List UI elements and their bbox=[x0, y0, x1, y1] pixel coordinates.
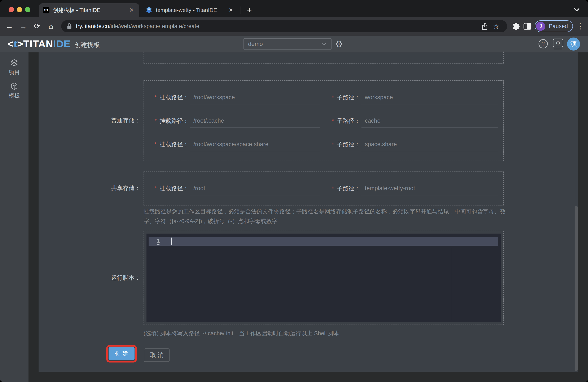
extensions-puzzle-icon[interactable] bbox=[510, 21, 522, 32]
required-mark: * bbox=[154, 94, 159, 101]
sub-path-value: cache bbox=[365, 117, 380, 124]
storage-row: * 挂载路径： /root/workspace * 子路径： workspace bbox=[144, 86, 503, 109]
mount-path-input[interactable]: /root/workspace/space.share bbox=[190, 137, 320, 151]
editor-gutter-caret bbox=[157, 244, 159, 245]
editor-cursor bbox=[171, 238, 172, 245]
editor-ruler-line bbox=[451, 248, 451, 320]
mount-path-input[interactable]: /root/.cache bbox=[190, 114, 320, 128]
console-settings-icon[interactable]: ⚙ bbox=[553, 39, 563, 47]
workspace-select[interactable]: demo bbox=[244, 38, 332, 50]
page-title: 创建模板 bbox=[75, 41, 100, 49]
path-hint-text: 挂载路径是您的工作区目标路径，必须是合法的文件夹路径；子路径名是网络存储源子路径… bbox=[144, 207, 509, 226]
sidebar-item-label: 模板 bbox=[9, 92, 20, 99]
required-mark: * bbox=[332, 141, 337, 148]
mount-path-value: /root/workspace/space.share bbox=[193, 141, 269, 148]
tab-search-chevron-icon[interactable] bbox=[572, 7, 581, 13]
page-scrollbar-thumb[interactable] bbox=[575, 206, 578, 371]
layers-icon bbox=[10, 59, 18, 67]
wetty-favicon bbox=[146, 6, 152, 14]
titanide-favicon: <t> bbox=[43, 7, 49, 13]
tab-strip: <t> 创建模板 - TitanIDE ✕ template-wetty - T… bbox=[0, 0, 588, 17]
tab-close-icon[interactable]: ✕ bbox=[227, 6, 235, 14]
back-button[interactable]: ← bbox=[3, 20, 16, 32]
macos-minimize-button[interactable] bbox=[17, 7, 22, 12]
help-icon[interactable]: ? bbox=[539, 39, 548, 48]
sub-path-input[interactable]: template-wetty-root bbox=[361, 181, 498, 195]
sidebar-item-projects[interactable]: 项目 bbox=[0, 59, 28, 76]
url-text: try.titanide.cn/ide/web/workspace/templa… bbox=[76, 23, 479, 30]
required-mark: * bbox=[154, 141, 159, 148]
titanide-logo: <t>TITANIDE bbox=[8, 38, 71, 50]
cube-icon bbox=[10, 82, 18, 90]
reload-button[interactable]: ⟳ bbox=[31, 20, 43, 32]
user-avatar[interactable]: 演 bbox=[567, 38, 580, 50]
mount-path-input[interactable]: /root bbox=[190, 181, 320, 195]
cancel-button[interactable]: 取 消 bbox=[144, 348, 169, 362]
macos-zoom-button[interactable] bbox=[25, 7, 30, 12]
storage-row: * 挂载路径： /root * 子路径： template-wetty-root bbox=[144, 181, 503, 195]
sub-path-input[interactable]: space.share bbox=[361, 137, 498, 151]
tab-template-wetty[interactable]: template-wetty - TitanIDE ✕ bbox=[143, 3, 238, 17]
lock-icon bbox=[67, 23, 72, 30]
new-tab-button[interactable]: + bbox=[244, 5, 254, 15]
sub-path-value: space.share bbox=[365, 141, 397, 148]
required-mark: * bbox=[332, 94, 337, 101]
sidebar-item-templates[interactable]: 模板 bbox=[0, 82, 28, 99]
sub-path-input[interactable]: workspace bbox=[361, 90, 498, 104]
required-mark: * bbox=[154, 185, 159, 192]
browser-window: <t> 创建模板 - TitanIDE ✕ template-wetty - T… bbox=[0, 0, 588, 382]
required-mark: * bbox=[154, 118, 159, 124]
tab-title: template-wetty - TitanIDE bbox=[156, 7, 227, 13]
tab-create-template[interactable]: <t> 创建模板 - TitanIDE ✕ bbox=[39, 3, 139, 17]
script-note-text: (选填) 脚本将写入路径 ~/.cache/.init，当工作区启动时自动运行以… bbox=[144, 330, 339, 337]
forward-button[interactable]: → bbox=[17, 20, 29, 32]
share-icon[interactable] bbox=[479, 21, 490, 32]
shared-storage-group: * 挂载路径： /root * 子路径： template-wetty-root bbox=[144, 172, 504, 205]
workspace-settings-gear-icon[interactable]: ⚙ bbox=[335, 39, 343, 49]
macos-close-button[interactable] bbox=[9, 7, 14, 12]
mount-path-label: 挂载路径： bbox=[159, 140, 189, 148]
home-button[interactable]: ⌂ bbox=[45, 20, 57, 32]
mount-path-label: 挂载路径： bbox=[159, 93, 189, 101]
create-button[interactable]: 创 建 bbox=[108, 347, 135, 360]
sub-path-label: 子路径： bbox=[337, 117, 360, 125]
side-panel-icon[interactable] bbox=[522, 21, 533, 32]
storage-row: * 挂载路径： /root/.cache * 子路径： cache bbox=[144, 109, 503, 133]
profile-avatar: J bbox=[536, 22, 545, 31]
app-sidebar: 项目 模板 bbox=[0, 52, 28, 382]
normal-storage-group: * 挂载路径： /root/workspace * 子路径： workspace… bbox=[144, 80, 504, 161]
storage-row: * 挂载路径： /root/workspace/space.share * 子路… bbox=[144, 133, 503, 156]
action-highlight-box: 创 建 bbox=[106, 345, 137, 362]
script-editor[interactable]: 1 bbox=[147, 234, 501, 322]
address-bar[interactable]: try.titanide.cn/ide/web/workspace/templa… bbox=[61, 20, 507, 32]
browser-profile-button[interactable]: J Paused bbox=[535, 20, 573, 32]
editor-line-number: 1 bbox=[154, 238, 162, 244]
previous-section-edge bbox=[144, 52, 504, 64]
workspace-select-value: demo bbox=[248, 41, 321, 47]
normal-storage-label: 普通存储： bbox=[39, 116, 140, 125]
sub-path-label: 子路径： bbox=[337, 184, 360, 192]
mount-path-value: /root/workspace bbox=[193, 94, 235, 101]
mount-path-value: /root/.cache bbox=[193, 117, 224, 124]
profile-status-label: Paused bbox=[549, 23, 568, 30]
mount-path-label: 挂载路径： bbox=[159, 184, 189, 192]
editor-active-line: 1 bbox=[148, 237, 498, 246]
run-script-group: 1 bbox=[144, 231, 504, 325]
required-mark: * bbox=[332, 185, 337, 192]
sub-path-label: 子路径： bbox=[337, 93, 360, 101]
tab-divider bbox=[241, 6, 241, 14]
tab-close-icon[interactable]: ✕ bbox=[128, 6, 136, 14]
browser-menu-icon[interactable]: ⋮ bbox=[575, 22, 585, 31]
sub-path-value: workspace bbox=[365, 94, 393, 101]
chevron-down-icon bbox=[321, 42, 327, 46]
sidebar-item-label: 项目 bbox=[9, 68, 20, 76]
bookmark-star-icon[interactable]: ☆ bbox=[490, 21, 502, 32]
browser-toolbar: ← → ⟳ ⌂ try.titanide.cn/ide/web/workspac… bbox=[0, 17, 588, 36]
mount-path-input[interactable]: /root/workspace bbox=[190, 90, 320, 104]
app-header: <t>TITANIDE 创建模板 demo ⚙ ? ⚙ 演 bbox=[0, 36, 588, 52]
sub-path-label: 子路径： bbox=[337, 140, 360, 148]
sub-path-input[interactable]: cache bbox=[361, 114, 498, 128]
console-settings-icon-base bbox=[554, 49, 562, 49]
create-template-form: 普通存储： * 挂载路径： /root/workspace * 子路径： wor… bbox=[39, 52, 578, 372]
run-script-label: 运行脚本： bbox=[39, 274, 140, 282]
